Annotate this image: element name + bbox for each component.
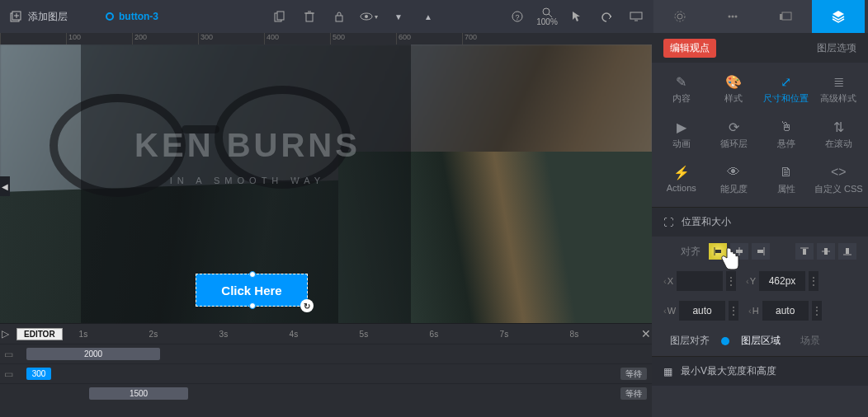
w-input[interactable]: auto bbox=[679, 301, 725, 321]
wait-tag[interactable]: 等待 bbox=[620, 387, 647, 400]
preview-button[interactable] bbox=[624, 4, 649, 29]
timeline-track[interactable]: ▭ 2000 bbox=[0, 344, 652, 363]
timeline-play-button[interactable]: ▷ bbox=[0, 328, 10, 340]
pencil-icon: ✎ bbox=[676, 74, 686, 89]
visibility-button[interactable]: ▾ bbox=[356, 4, 381, 29]
headline-layer[interactable]: KEN BURNS IN A SMOOTH WAY bbox=[99, 127, 396, 185]
tab-layers[interactable] bbox=[812, 0, 865, 34]
align-middle-button[interactable] bbox=[817, 243, 835, 260]
layer-align-opt-area[interactable]: 图层区域 bbox=[741, 334, 781, 348]
align-right-button[interactable] bbox=[752, 243, 770, 260]
svg-rect-36 bbox=[846, 248, 849, 254]
timeline-track[interactable]: ▭ 300 等待 bbox=[0, 363, 652, 383]
chevron-down-icon: ▾ bbox=[375, 13, 378, 21]
trash-icon bbox=[304, 11, 314, 22]
tool-visibility[interactable]: 👁能见度 bbox=[708, 160, 761, 200]
move-down-button[interactable]: ▼ bbox=[386, 4, 411, 29]
tool-style[interactable]: 🎨样式 bbox=[708, 69, 761, 110]
tool-hover[interactable]: 🖱悬停 bbox=[760, 115, 813, 155]
duplicate-button[interactable] bbox=[267, 4, 292, 29]
h-input[interactable]: auto bbox=[762, 301, 809, 321]
canvas[interactable]: ◀ KEN BURNS IN A SMOOTH WAY Click Here ↻ bbox=[0, 45, 652, 323]
y-field[interactable]: Y462px⋮ bbox=[746, 271, 818, 291]
wait-tag[interactable]: 等待 bbox=[620, 368, 647, 380]
w-field[interactable]: Wauto⋮ bbox=[663, 301, 738, 321]
tool-content[interactable]: ✎内容 bbox=[655, 69, 708, 110]
add-layer-label: 添加图层 bbox=[28, 10, 68, 24]
layer-options-link[interactable]: 图层选项 bbox=[817, 41, 856, 55]
tool-loop[interactable]: ⟳循环层 bbox=[708, 115, 761, 155]
tool-onscroll[interactable]: ⇅在滚动 bbox=[813, 115, 866, 155]
timeline-ticks: 1s2s3s4s5s6s7s8s bbox=[79, 330, 640, 339]
tool-size-position[interactable]: ⤢尺寸和位置 bbox=[760, 69, 813, 110]
sliders-icon: ≣ bbox=[833, 74, 844, 89]
nav-icon bbox=[726, 10, 739, 23]
svg-point-14 bbox=[543, 8, 550, 15]
triangle-up-icon: ▲ bbox=[424, 12, 432, 21]
align-center-button[interactable] bbox=[730, 243, 748, 260]
svg-rect-5 bbox=[277, 12, 284, 20]
w-menu[interactable]: ⋮ bbox=[729, 301, 738, 321]
y-menu[interactable]: ⋮ bbox=[809, 271, 818, 291]
selected-layer-chip[interactable]: button-3 bbox=[106, 11, 158, 22]
copy-icon bbox=[274, 11, 285, 22]
timeline-bar[interactable]: 300 bbox=[26, 368, 51, 380]
svg-point-18 bbox=[677, 14, 682, 19]
align-left-button[interactable] bbox=[709, 243, 727, 260]
align-label: 对齐 bbox=[663, 245, 701, 259]
play-icon: ▶ bbox=[677, 119, 686, 134]
slide-icon bbox=[779, 11, 792, 22]
tool-custom-css[interactable]: <>自定义 CSS bbox=[813, 160, 866, 200]
eye-icon: 👁 bbox=[727, 165, 740, 180]
tool-attributes[interactable]: 🗎属性 bbox=[760, 160, 813, 200]
tool-animation[interactable]: ▶动画 bbox=[655, 115, 708, 155]
timeline-close-button[interactable]: ✕ bbox=[640, 327, 652, 340]
button-label: Click Here bbox=[221, 283, 281, 298]
add-layer-icon bbox=[10, 11, 21, 22]
align-bottom-button[interactable] bbox=[838, 243, 856, 260]
prev-slide-arrow[interactable]: ◀ bbox=[0, 176, 10, 196]
tool-actions[interactable]: ⚡Actions bbox=[655, 160, 708, 200]
edit-viewpoint-badge[interactable]: 编辑观点 bbox=[663, 39, 716, 58]
svg-rect-16 bbox=[630, 12, 642, 19]
select-tool[interactable] bbox=[564, 4, 589, 29]
rotate-handle-icon[interactable]: ↻ bbox=[300, 299, 314, 312]
tab-settings[interactable] bbox=[653, 0, 706, 34]
eye-icon bbox=[360, 12, 373, 21]
lock-button[interactable] bbox=[327, 4, 351, 29]
add-layer-button[interactable]: 添加图层 bbox=[10, 10, 68, 24]
undo-button[interactable] bbox=[594, 4, 619, 29]
svg-rect-32 bbox=[803, 249, 806, 255]
svg-rect-23 bbox=[782, 12, 791, 20]
timeline-bar[interactable]: 2000 bbox=[26, 348, 160, 360]
tab-navigation[interactable] bbox=[706, 0, 759, 34]
code-icon: <> bbox=[831, 165, 847, 180]
svg-rect-30 bbox=[757, 250, 763, 253]
tab-slide[interactable] bbox=[759, 0, 812, 34]
delete-button[interactable] bbox=[297, 4, 322, 29]
help-button[interactable]: ? bbox=[505, 4, 530, 29]
selected-button-layer[interactable]: Click Here ↻ bbox=[196, 274, 308, 307]
resize-icon: ⤢ bbox=[781, 74, 791, 89]
x-input[interactable] bbox=[677, 271, 723, 291]
section-title: 最小V最大宽度和高度 bbox=[681, 364, 776, 378]
timeline-editor-badge[interactable]: EDITOR bbox=[17, 328, 63, 340]
section-min-max[interactable]: ▦ 最小V最大宽度和高度 bbox=[652, 356, 868, 386]
layer-align-opt-scene[interactable]: 场景 bbox=[800, 334, 820, 348]
h-field[interactable]: Hauto⋮ bbox=[748, 301, 822, 321]
svg-rect-26 bbox=[715, 250, 721, 253]
h-menu[interactable]: ⋮ bbox=[812, 301, 822, 321]
radio-on-icon[interactable] bbox=[721, 337, 729, 345]
move-up-button[interactable]: ▲ bbox=[416, 4, 441, 29]
timeline-track[interactable]: 1500 等待 bbox=[0, 383, 652, 403]
tool-adv-style[interactable]: ≣高级样式 bbox=[813, 69, 866, 110]
svg-rect-34 bbox=[824, 248, 828, 255]
triangle-down-icon: ▼ bbox=[394, 12, 403, 21]
zoom-button[interactable]: 100% bbox=[535, 4, 559, 29]
align-top-button[interactable] bbox=[795, 243, 814, 260]
x-field[interactable]: X⋮ bbox=[663, 271, 736, 291]
x-menu[interactable]: ⋮ bbox=[726, 271, 736, 291]
section-position-size[interactable]: ⛶ 位置和大小 bbox=[652, 207, 868, 237]
y-input[interactable]: 462px bbox=[759, 271, 805, 291]
timeline-bar[interactable]: 1500 bbox=[89, 387, 188, 400]
